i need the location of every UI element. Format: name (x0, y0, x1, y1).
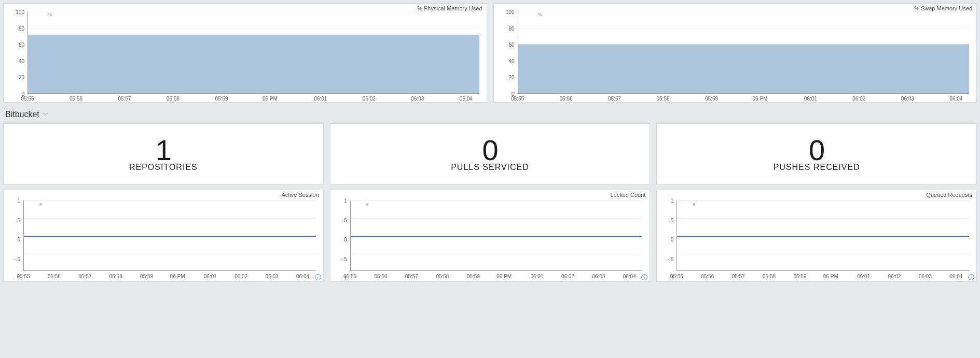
x-tick: 05:55 (511, 96, 524, 103)
x-tick: 05:55 (670, 274, 683, 279)
x-tick: 06 PM (823, 274, 838, 279)
x-tick: 06:02 (561, 274, 574, 279)
info-icon[interactable]: i (968, 274, 974, 280)
chart-line (677, 236, 969, 237)
y-tick: -.5 (662, 256, 673, 262)
x-tick: 06:04 (623, 274, 636, 279)
y-tick: 1 (662, 198, 673, 204)
y-tick: 60 (10, 42, 24, 48)
y-tick: 0 (9, 237, 20, 242)
x-tick: 05:59 (467, 274, 480, 279)
y-tick: 20 (500, 75, 515, 80)
chart-title: Locked Count (610, 192, 645, 198)
chart-plot: # (23, 201, 316, 271)
y-tick: 40 (10, 58, 24, 64)
bitbucket-section-header[interactable]: Bitbucket ﹀ (0, 103, 980, 123)
x-tick: 06:03 (919, 274, 932, 279)
y-tick: 80 (10, 25, 24, 31)
swap-memory-chart: 100 80 60 40 20 0 % 05:55 05:56 05:57 05… (499, 12, 972, 94)
y-tick: -.5 (336, 256, 347, 262)
x-tick: 06:01 (530, 274, 543, 279)
x-tick: 06:03 (901, 96, 914, 103)
chart-title: % Swap Memory Used (914, 5, 972, 11)
x-tick: 05:58 (167, 96, 180, 103)
x-tick: 05:56 (701, 274, 714, 279)
x-tick: 06:03 (411, 96, 424, 103)
y-tick: 80 (500, 25, 515, 31)
unit-label: # (693, 202, 695, 207)
x-tick: 05:59 (793, 274, 806, 279)
y-tick: 100 (500, 9, 515, 15)
physical-memory-chart: 100 80 60 40 20 0 % 05:55 05:56 05:57 05… (9, 12, 481, 94)
x-tick: 05:56 (375, 274, 388, 279)
y-tick: 40 (500, 58, 515, 64)
unit-label: # (39, 202, 42, 207)
x-axis: 05:55 05:56 05:57 05:58 05:59 06 PM 06:0… (677, 274, 969, 279)
unit-label: % (538, 12, 542, 17)
y-tick: 60 (500, 42, 515, 48)
y-tick: .5 (9, 217, 20, 223)
x-tick: 06:02 (888, 274, 901, 279)
repositories-card[interactable]: 1 REPOSITORIES (3, 123, 324, 184)
x-tick: 06 PM (753, 96, 768, 103)
x-tick: 06 PM (263, 96, 278, 103)
x-tick: 05:56 (559, 96, 572, 103)
pulls-serviced-card[interactable]: 0 PULLS SERVICED (330, 123, 651, 184)
x-tick: 06:02 (363, 96, 376, 103)
x-tick: 06:03 (592, 274, 605, 279)
x-axis: 05:55 05:56 05:57 05:58 05:59 06 PM 06:0… (350, 274, 643, 279)
y-tick: 100 (10, 9, 24, 15)
locked-count-panel[interactable]: Locked Count 1 .5 0 -.5 -1 # 05:55 05:56… (330, 190, 651, 282)
x-tick: 05:57 (405, 274, 418, 279)
active-session-chart: 1 .5 0 -.5 -1 # 05:55 05:56 05:57 05:58 … (9, 201, 318, 278)
chart-plot: # (350, 201, 643, 271)
x-tick: 05:55 (17, 274, 30, 279)
y-tick: 20 (10, 75, 24, 80)
x-tick: 05:59 (140, 274, 153, 279)
y-tick: 0 (336, 237, 347, 242)
x-tick: 05:59 (705, 96, 718, 103)
x-tick: 05:57 (732, 274, 745, 279)
x-tick: 05:55 (21, 96, 34, 103)
x-tick: 05:58 (109, 274, 122, 279)
stat-label: REPOSITORIES (129, 163, 198, 172)
queued-requests-chart: 1 .5 0 -.5 -1 # 05:55 05:56 05:57 05:58 … (662, 201, 971, 278)
chart-plot: # (677, 201, 969, 271)
mini-charts-row: Active Session 1 .5 0 -.5 -1 # 05:55 05:… (0, 184, 980, 282)
chart-line (24, 236, 316, 237)
info-icon[interactable]: i (641, 274, 647, 280)
section-title: Bitbucket (5, 110, 39, 119)
swap-memory-panel[interactable]: % Swap Memory Used 100 80 60 40 20 0 % 0… (493, 3, 977, 103)
chart-fill (28, 35, 479, 93)
active-session-panel[interactable]: Active Session 1 .5 0 -.5 -1 # 05:55 05:… (3, 190, 324, 282)
x-tick: 06:04 (949, 274, 962, 279)
x-tick: 06:01 (804, 96, 817, 103)
x-axis: 05:55 05:56 05:57 05:58 05:59 06 PM 06:0… (27, 96, 479, 103)
pushes-received-card[interactable]: 0 PUSHES RECEIVED (656, 123, 977, 184)
queued-requests-panel[interactable]: Queued Requests 1 .5 0 -.5 -1 # 05:55 05… (656, 190, 977, 282)
info-icon[interactable]: i (315, 274, 321, 280)
x-tick: 06:04 (296, 274, 309, 279)
stat-value: 0 (809, 136, 824, 165)
x-tick: 06 PM (496, 274, 512, 279)
stat-value: 1 (156, 136, 171, 165)
chart-title: % Physical Memory Used (417, 5, 482, 11)
x-tick: 06:02 (234, 274, 247, 279)
y-tick: -.5 (9, 256, 20, 262)
chevron-down-icon: ﹀ (43, 110, 49, 119)
x-axis: 05:55 05:56 05:57 05:58 05:59 06 PM 06:0… (518, 96, 970, 103)
y-tick: 0 (662, 237, 673, 242)
x-tick: 06:03 (266, 274, 279, 279)
x-tick: 05:59 (215, 96, 228, 103)
x-tick: 05:57 (118, 96, 131, 103)
unit-label: # (366, 202, 369, 207)
physical-memory-panel[interactable]: % Physical Memory Used 100 80 60 40 20 0… (3, 3, 487, 103)
y-tick: .5 (336, 217, 347, 223)
x-tick: 06:04 (460, 96, 473, 103)
x-tick: 06:01 (314, 96, 327, 103)
x-tick: 05:58 (763, 274, 776, 279)
chart-fill (518, 45, 970, 93)
x-tick: 05:56 (48, 274, 61, 279)
x-tick: 05:58 (656, 96, 669, 103)
unit-label: % (48, 12, 52, 17)
